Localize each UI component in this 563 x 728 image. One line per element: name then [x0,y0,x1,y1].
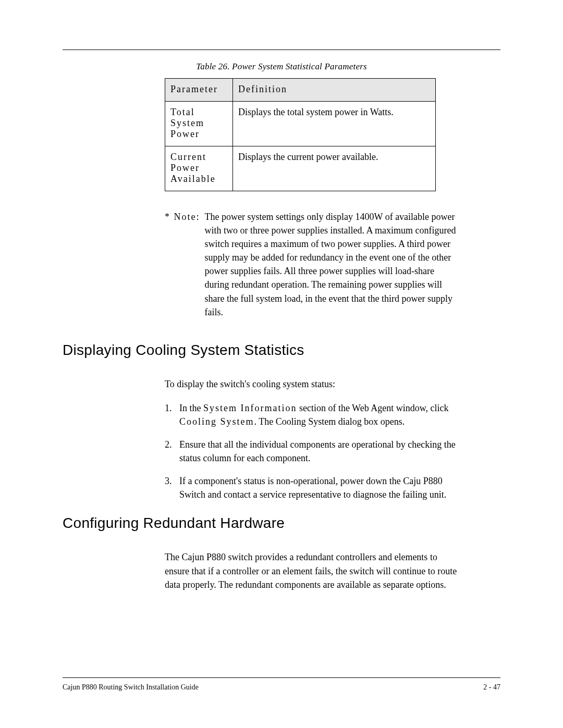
footer-page-number: 2 - 47 [483,683,500,692]
step-text: Ensure that all the individual component… [179,438,463,465]
header-definition: Definition [233,79,436,102]
note-text: The power system settings only display 1… [205,210,457,319]
list-item: 1. In the System Information section of … [165,401,463,428]
cell-param: Current Power Available [165,146,233,191]
cooling-intro: To display the switch's cooling system s… [165,377,463,391]
top-rule [63,50,500,50]
cell-param: Total System Power [165,102,233,146]
bottom-rule [63,677,500,678]
cell-def: Displays the current power available. [233,146,436,191]
steps-list: 1. In the System Information section of … [165,401,463,502]
header-parameter: Parameter [165,79,233,102]
step-number: 2. [165,438,179,465]
step-number: 1. [165,401,179,428]
redundant-hw-para: The Cajun P880 switch provides a redunda… [165,550,463,591]
cell-def: Displays the total system power in Watts… [233,102,436,146]
note-block: * Note: The power system settings only d… [165,210,457,319]
page-footer: Cajun P880 Routing Switch Installation G… [63,677,500,692]
footer-doc-title: Cajun P880 Routing Switch Installation G… [63,683,199,692]
table-header-row: Parameter Definition [165,79,436,102]
step-text: In the System Information section of the… [179,401,463,428]
note-label: * Note: [165,212,200,222]
table-caption: Table 26. Power System Statistical Param… [63,61,500,72]
table-row: Total System Power Displays the total sy… [165,102,436,146]
list-item: 3. If a component's status is non-operat… [165,474,463,501]
parameters-table: Parameter Definition Total System Power … [165,78,436,191]
heading-cooling-stats: Displaying Cooling System Statistics [63,342,500,359]
table-row: Current Power Available Displays the cur… [165,146,436,191]
step-text: If a component's status is non-operation… [179,474,463,501]
step-number: 3. [165,474,179,501]
list-item: 2. Ensure that all the individual compon… [165,438,463,465]
heading-redundant-hw: Configuring Redundant Hardware [63,515,500,532]
